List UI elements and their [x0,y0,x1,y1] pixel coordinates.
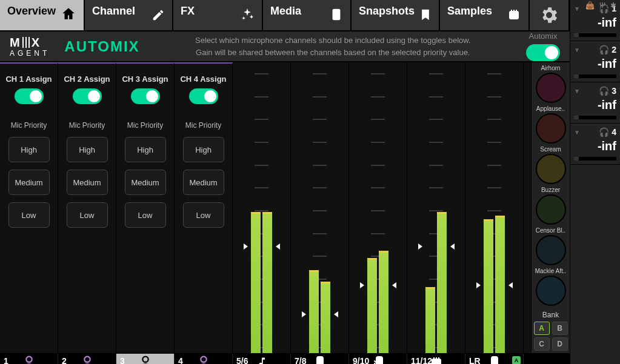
sample-pad[interactable] [536,73,566,103]
content-row: CH 1 Assign Mic Priority High Medium Low… [0,62,570,353]
priority-label: Mic Priority [127,121,163,130]
priority-medium-button[interactable]: Medium [183,170,224,195]
bank-button-D[interactable]: D [552,337,568,351]
priority-low-button[interactable]: Low [8,202,50,228]
automix-toggle[interactable] [526,44,560,61]
assign-toggle[interactable] [73,88,102,104]
usb-icon: Ψ [599,1,605,10]
svg-point-11 [201,357,206,362]
priority-high-button[interactable]: High [67,137,108,162]
meter-2 [291,62,349,353]
tab-label: Media [270,5,301,18]
sample-label: Buzzer [541,187,560,193]
channel-number: LR [469,356,481,364]
meter-4 [407,62,465,353]
assign-toggle[interactable] [189,88,218,104]
bank-button-C[interactable]: C [534,337,550,351]
automix-toggle-label: Automix [529,31,558,41]
monitor-panel: ▼ 🎧 1 -inf ▼ 🎧 2 -inf ▼ 🎧 3 -inf [570,0,620,364]
tab-samples[interactable]: Samples [440,0,530,30]
system-tray: 👜 Ψ ✱ [582,0,620,11]
priority-high-button[interactable]: High [183,137,224,162]
footer-channel-2[interactable]: 2 [58,354,116,364]
bank-button-B[interactable]: B [552,322,568,335]
sample-pad[interactable] [536,235,566,265]
fader-handle[interactable] [419,159,453,353]
sample-label: Mackie Aft.. [535,268,567,274]
svg-rect-14 [376,357,382,364]
sample-item: Scream [535,146,567,184]
priority-low-button[interactable]: Low [183,202,224,228]
bank-grid: ABCD [534,322,568,351]
svg-point-20 [494,359,495,360]
priority-high-button[interactable]: High [8,137,50,162]
sample-item: Airhorn [535,65,567,103]
sample-label: Airhorn [541,65,560,71]
tab-fx[interactable]: FX [173,0,263,30]
sample-pad[interactable] [536,154,566,184]
sample-item: Mackie Aft.. [535,268,567,306]
automix-description: Select which microphone channels should … [155,35,512,58]
sample-pad[interactable] [536,276,566,306]
priority-label: Mic Priority [69,121,105,130]
footer-channel-11/12[interactable]: 11/12 [407,354,465,364]
footer-channel-9/10[interactable]: 9/10 [349,354,407,364]
channel-number: 4 [178,356,183,364]
monitor-number: 4 [612,127,616,137]
priority-medium-button[interactable]: Medium [67,170,108,195]
fader-handle[interactable] [361,159,395,353]
priority-medium-button[interactable]: Medium [8,170,50,195]
assign-toggle[interactable] [15,88,44,104]
meter-3 [349,62,407,353]
priority-medium-button[interactable]: Medium [125,170,166,195]
tab-label: Snapshots [359,5,415,18]
footer-channel-7/8[interactable]: 7/8 [291,354,349,364]
priority-low-button[interactable]: Low [125,202,166,228]
monitor-meter [574,33,616,37]
monitor-value: -inf [574,139,616,153]
chevron-down-icon: ▼ [574,5,580,12]
svg-point-10 [142,357,148,362]
channel-footer: 1 mkg 2 3 4 5/6 7/8 9/10 11/12 LR A [0,353,570,364]
priority-low-button[interactable]: Low [67,202,108,228]
monitor-3[interactable]: ▼ 🎧 3 -inf [570,82,620,124]
headphones-icon: 🎧 [599,86,609,96]
tab-channel[interactable]: Channel [85,0,173,30]
sampler-icon [507,7,521,25]
monitor-meter [574,116,616,119]
channel-number: 2 [62,356,67,364]
sparkles-icon [240,7,255,25]
tab-snapshots[interactable]: Snapshots [352,0,440,30]
tab-overview[interactable]: Overview [0,0,85,30]
assign-label: CH 1 Assign [5,74,52,84]
fader-handle[interactable] [478,159,512,353]
speaker-icon [487,355,502,364]
tab-media[interactable]: Media [263,0,352,30]
footer-channel-3[interactable]: 3 [116,354,175,364]
cast-icon [371,355,385,364]
footer-channel-LR[interactable]: LR A [465,354,524,364]
fader-handle[interactable] [245,159,279,353]
fader-handle[interactable] [303,159,337,353]
main-area: 👜 Ψ ✱ Overview Channel FX [0,0,570,364]
bank-section: Bank ABCD [532,308,570,353]
bluetooth-icon: ✱ [610,1,616,10]
assign-toggle[interactable] [131,88,160,104]
monitor-4[interactable]: ▼ 🎧 4 -inf [570,124,620,165]
channel-number: 7/8 [295,356,306,364]
automix-header: M X AGENT AUTOMIX Select which microphon… [0,30,570,62]
monitor-2[interactable]: ▼ 🎧 2 -inf [570,41,620,82]
samples-column: Airhorn Applause.. Scream Buzzer Censor … [531,62,570,353]
sample-pad[interactable] [536,194,566,225]
sample-pad[interactable] [536,113,566,144]
bank-button-A[interactable]: A [534,322,550,335]
gear-icon [539,5,559,25]
tab-settings[interactable] [530,0,570,30]
footer-channel-5/6[interactable]: 5/6 [233,354,291,364]
footer-channel-1[interactable]: 1 mkg [0,354,58,364]
footer-channel-4[interactable]: 4 [175,354,233,364]
chevron-down-icon: ▼ [574,88,580,94]
active-badge: A [512,356,521,364]
priority-high-button[interactable]: High [125,137,166,162]
sdcard-icon [330,7,343,25]
